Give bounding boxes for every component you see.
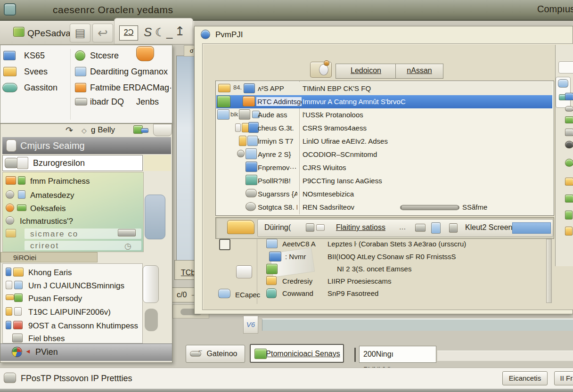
jar-icon[interactable]	[565, 227, 573, 236]
menu-item-label: KS65	[24, 51, 45, 61]
stack-icon[interactable]	[565, 129, 573, 136]
item-desc: Lepztes ŀ (Coraban Stets 3 Ae3rao (urssc…	[327, 240, 466, 248]
scrollbar[interactable]	[546, 239, 552, 303]
fishbowl-icon	[136, 46, 154, 61]
display-icon[interactable]	[565, 93, 573, 100]
bottom-edge	[0, 389, 573, 392]
row-name: Fnpremov···	[258, 163, 297, 172]
window-icon	[3, 51, 16, 60]
right-tab	[558, 61, 573, 74]
settings-gradient-list: fmm Praimchess Amatesdezy Oeksafeis Ichm…	[2, 172, 144, 252]
bottle-icon[interactable]	[565, 211, 573, 220]
document-icon[interactable]	[431, 222, 441, 234]
server-icon: ▤	[75, 26, 86, 39]
ball-icon	[6, 204, 14, 212]
gateway-button[interactable]: ⌐ Gateinoo	[186, 345, 245, 363]
table-row[interactable]: lrmiyn S T7 LinlO Ufirae eAEIv2. Adses	[216, 135, 552, 148]
details-pane: ECapec AeetvC8 A Lepztes ŀ (Coraban Stet…	[215, 238, 553, 307]
slider-label: SSãfme	[462, 203, 487, 211]
mini-button[interactable]	[316, 224, 325, 231]
screen-label[interactable]: Kleut2 Screen	[465, 223, 513, 232]
settings-label[interactable]: Flaitiny satioss	[336, 223, 385, 232]
dialog-body: Ledoicon nAssan 84. ʌ²S APP TIMinN EBP C…	[202, 43, 573, 310]
scroll-thumb[interactable]	[143, 265, 159, 303]
frame-button[interactable]: II Fra	[554, 371, 573, 385]
item-label: Oeksafeis	[30, 204, 66, 213]
table-row[interactable]: Fnpremov··· CJRS Wiuitos	[216, 161, 552, 174]
promote-settings-button[interactable]: Ptomonicioaci Senays	[250, 344, 344, 363]
row-desc: CSRS 9ramos4aess	[303, 124, 367, 132]
return-arrow-icon[interactable]: ↷	[65, 126, 73, 135]
dialog-window: PvmPJI Ledoicon nAssan 84. ʌ²S APP TIMin…	[194, 26, 573, 314]
app-icon	[4, 3, 16, 16]
big-folder-icon[interactable]	[227, 220, 254, 234]
dropdown-menu: KS65 Svees Gassiton Stcesre Dearditing G…	[0, 45, 172, 123]
basket-icon[interactable]	[565, 178, 573, 186]
row-desc: LinlO Ufirae eAEIv2. Adses	[303, 137, 388, 145]
field-side	[144, 155, 171, 171]
settings-white-list: Khong Earis Urn J CUAIUNCBSminnigs Pusan…	[2, 263, 143, 343]
row-desc: REN Sadsrilteov	[303, 203, 354, 211]
back-button[interactable]: ↩	[92, 24, 113, 42]
progress-strip	[262, 318, 573, 331]
table-row[interactable]: Aynre 2 S} OCODIOR–SCnmitomd	[216, 148, 552, 161]
desk-icon[interactable]	[415, 224, 426, 232]
folder-icon	[218, 84, 230, 92]
sphere-icon[interactable]	[565, 141, 573, 148]
table-row[interactable]: Sugarssrs {Ack NOsmtesebizica	[216, 188, 552, 201]
folder-icon	[243, 96, 255, 106]
row-desc: NOsmtesebizica	[303, 190, 354, 198]
counter-button[interactable]: 2Ɔ	[119, 25, 138, 41]
table-row-selected[interactable]: RTC Addintsge Immvur A Catnng Amnût S'br…	[216, 95, 552, 108]
tab-ledoicon[interactable]: Ledoicon	[336, 64, 396, 79]
box-icon[interactable]	[449, 223, 458, 233]
tools-icon	[12, 334, 23, 343]
table-row[interactable]: 84. ʌ²S APP TIMinN EBP CK'S FQ	[216, 82, 552, 95]
item-name: AeetvC8 A	[282, 240, 316, 248]
toolbar-tab: 2Ɔ S ☾ _ ↥	[114, 18, 193, 44]
menu-side-label: Jenbs	[136, 97, 159, 107]
slider-handle[interactable]	[401, 205, 458, 210]
row-name: Aude ass	[258, 111, 297, 119]
table-row[interactable]: Sotgtca S8. M REN Sadsrilteov SSãfme	[216, 201, 552, 214]
editing-label[interactable]: Düiring(	[264, 223, 291, 232]
table-row[interactable]: PsollR?IB! P9CCTing Iansc AaGiess	[216, 174, 552, 188]
plug-icon	[5, 158, 18, 168]
mini-button[interactable]	[306, 223, 314, 232]
name-field[interactable]: 200Ningı PVNVViategor	[359, 346, 436, 363]
table-row[interactable]: bik Aude ass l'USSk Protanoloos	[216, 108, 552, 122]
drive-icon	[4, 373, 16, 383]
tab-nassan[interactable]: nAssan	[395, 64, 443, 79]
folder-icon[interactable]	[565, 116, 573, 123]
header-button[interactable]	[153, 124, 172, 136]
server-button[interactable]: ▤	[70, 24, 90, 42]
badge-icon	[18, 176, 25, 185]
settings-footer: ◄ PVien	[0, 343, 172, 361]
leaf-icon[interactable]	[565, 159, 573, 167]
cancel-button[interactable]: Eicancetis	[502, 371, 548, 385]
crescent-icon[interactable]: ☾	[155, 27, 165, 38]
item-label: Pusan Fersody	[28, 294, 82, 303]
slot-icon	[118, 229, 136, 237]
footer-label[interactable]: PVien	[35, 347, 58, 357]
item-name: : Nvmr	[285, 253, 306, 261]
search-field[interactable]: Bzurogresilon	[2, 155, 143, 171]
s-curve-icon[interactable]: S	[144, 26, 152, 38]
tray-icon[interactable]	[565, 106, 573, 112]
menu-item-label: Gassiton	[24, 83, 57, 93]
chip-icon	[6, 294, 14, 300]
item-label: Urn J CUAIUNCBSminnigs	[28, 281, 124, 291]
folders-icon	[3, 67, 16, 76]
settings-title: Cmjurs Seaimg	[20, 137, 85, 154]
upload-arrow-icon[interactable]: ↥	[175, 25, 185, 37]
bin-icon[interactable]	[565, 195, 573, 203]
table-row[interactable]: cheus G.3t. CSRS 9ramos4aess	[216, 122, 552, 135]
window-icon	[246, 148, 257, 159]
search-value: Bzurogresilon	[33, 158, 85, 168]
cursor-bar	[354, 348, 356, 362]
button-label: II Fra	[560, 374, 573, 382]
screen-icon	[266, 239, 278, 248]
package-icon	[266, 264, 278, 274]
v6-button[interactable]: V6	[243, 316, 258, 334]
header-label[interactable]: g Belly	[91, 125, 115, 135]
